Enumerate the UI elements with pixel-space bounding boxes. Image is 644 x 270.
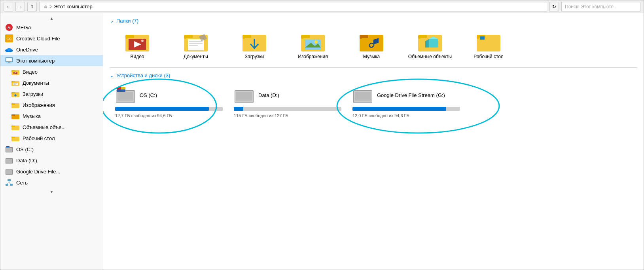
sidebar-item-images-label: Изображения	[23, 102, 55, 108]
up-button[interactable]: ⇧	[27, 2, 37, 11]
svg-line-45	[7, 183, 9, 184]
back-button[interactable]: ←	[4, 2, 13, 11]
folder-objects-label: Объемные объекты	[408, 54, 452, 59]
svg-rect-36	[6, 146, 9, 147]
drive-g-icon-large	[352, 86, 373, 104]
scroll-up-button[interactable]: ▲	[0, 15, 103, 22]
devices-section-label: Устройства и диски (3)	[116, 72, 170, 78]
drive-d-bar-bg	[234, 107, 341, 111]
folder-downloads-icon-large	[242, 31, 266, 51]
sidebar-item-downloads-label: Загрузки	[23, 91, 43, 97]
folder-downloads-label: Загрузки	[245, 54, 264, 59]
sidebar-item-creative-cloud-label: Creative Cloud File	[16, 36, 60, 42]
sidebar-item-data-d[interactable]: Data (D:)	[0, 155, 103, 166]
folder-images-icon-large	[301, 31, 325, 51]
drive-item-data-d[interactable]: Data (D:) 115 ГБ свободно из 127 ГБ	[228, 82, 347, 122]
svg-text:CC: CC	[7, 37, 12, 41]
folder-video-label: Видео	[130, 54, 144, 59]
svg-text:M: M	[8, 26, 11, 30]
svg-rect-43	[10, 184, 13, 186]
drive-d-icon-large	[234, 86, 254, 104]
folder-docs-icon	[11, 79, 19, 87]
section-divider	[110, 67, 637, 68]
sidebar-item-desktop[interactable]: Рабочий стол	[0, 133, 103, 144]
network-icon	[5, 179, 13, 186]
folder-item-desktop[interactable]: Рабочий стол	[461, 28, 516, 63]
sidebar-item-onedrive[interactable]: OneDrive	[0, 44, 103, 55]
sidebar-item-this-computer-label: Этот компьютер	[16, 58, 55, 64]
sidebar-item-google-drive-label: Google Drive File...	[16, 169, 60, 175]
sidebar-item-mega[interactable]: M MEGA	[0, 22, 103, 33]
sidebar-item-google-drive[interactable]: Google Drive File...	[0, 166, 103, 177]
folder-item-downloads[interactable]: Загрузки	[227, 28, 282, 63]
mega-icon: M	[5, 23, 13, 31]
drive-c-bar-fill	[115, 107, 209, 111]
search-placeholder: Поиск: Этот компьюте...	[565, 4, 617, 10]
folder-objects-icon-large	[418, 31, 442, 51]
sidebar-item-music[interactable]: Музыка	[0, 110, 103, 122]
drive-g-header: Google Drive File Stream (G:)	[352, 86, 460, 104]
sidebar-item-images[interactable]: Изображения	[0, 99, 103, 110]
folder-music-icon	[11, 112, 19, 120]
svg-rect-40	[6, 170, 12, 174]
drive-c-icon-large	[115, 86, 136, 104]
sidebar-item-os-c[interactable]: OS (C:)	[0, 144, 103, 155]
sidebar-item-network-label: Сеть	[16, 180, 28, 186]
drive-g-bar-bg	[352, 107, 460, 111]
sidebar-item-creative-cloud[interactable]: CC Creative Cloud File	[0, 33, 103, 44]
svg-point-68	[314, 40, 318, 44]
drive-c-icon	[5, 145, 13, 153]
circle-g-annotation	[335, 74, 505, 138]
svg-rect-86	[117, 87, 121, 89]
svg-rect-8	[6, 58, 12, 61]
sidebar-item-network[interactable]: Сеть	[0, 177, 103, 188]
folder-docs-icon-large	[184, 31, 208, 51]
computer-icon: 🖥	[43, 4, 48, 10]
folder-item-objects[interactable]: Объемные объекты	[402, 28, 458, 63]
folder-item-images[interactable]: Изображения	[285, 28, 341, 63]
sidebar-item-objects[interactable]: Объемные объе...	[0, 122, 103, 133]
sidebar-item-video-label: Видео	[23, 69, 38, 75]
folder-objects-icon	[11, 123, 19, 131]
drive-item-google-g[interactable]: Google Drive File Stream (G:) 12,0 ГБ св…	[347, 82, 466, 122]
devices-section-header[interactable]: ⌄ Устройства и диски (3)	[110, 72, 637, 78]
titlebar: ← → ⇧ 🖥 > Этот компьютер ↻ Поиск: Этот к…	[0, 0, 644, 13]
svg-rect-75	[429, 39, 438, 48]
folders-section-header[interactable]: ⌄ Папки (7)	[110, 18, 637, 24]
sidebar-item-mega-label: MEGA	[16, 25, 31, 30]
sidebar-item-os-c-label: OS (C:)	[16, 146, 34, 152]
folder-item-docs[interactable]: Документы	[168, 28, 224, 63]
folder-video-icon-large	[125, 31, 149, 51]
refresh-button[interactable]: ↻	[549, 2, 559, 11]
drive-g-bar-fill	[352, 107, 446, 111]
sidebar-item-downloads[interactable]: Загрузки	[0, 88, 103, 99]
drive-d-icon	[5, 156, 13, 164]
explorer-window: ← → ⇧ 🖥 > Этот компьютер ↻ Поиск: Этот к…	[0, 0, 644, 270]
search-bar[interactable]: Поиск: Этот компьюте...	[561, 2, 640, 11]
sidebar-item-this-computer[interactable]: Этот компьютер	[0, 55, 103, 66]
svg-rect-32	[11, 137, 15, 138]
folder-docs-label: Документы	[184, 54, 208, 59]
drive-item-os-c[interactable]: OS (C:) 12,7 ГБ свободно из 94,6 ГБ	[110, 82, 228, 122]
folder-item-music[interactable]: Музыка	[344, 28, 399, 63]
circle-c-annotation	[103, 74, 224, 138]
drive-d-info: 115 ГБ свободно из 127 ГБ	[234, 113, 341, 118]
scroll-down-button[interactable]: ▼	[0, 188, 103, 195]
sidebar-item-video[interactable]: Видео	[0, 66, 103, 77]
folder-item-video[interactable]: Видео	[110, 28, 165, 63]
svg-rect-91	[236, 92, 252, 101]
sidebar-item-objects-label: Объемные объе...	[23, 124, 66, 130]
forward-button[interactable]: →	[15, 2, 25, 11]
folder-downloads-icon	[11, 90, 19, 98]
breadcrumb-bar[interactable]: 🖥 > Этот компьютер	[39, 2, 547, 11]
sidebar-item-docs[interactable]: Документы	[0, 77, 103, 88]
sidebar-item-docs-label: Документы	[23, 80, 49, 86]
svg-line-46	[9, 183, 11, 184]
content-panel: ⌄ Папки (7) Видео	[103, 13, 644, 270]
svg-rect-10	[7, 63, 11, 63]
svg-rect-87	[121, 87, 125, 89]
drive-d-bar-fill	[234, 107, 243, 111]
sidebar: ▲ M MEGA CC Creat	[0, 13, 103, 270]
main-area: ▲ M MEGA CC Creat	[0, 13, 644, 270]
folder-images-label: Изображения	[298, 54, 328, 59]
